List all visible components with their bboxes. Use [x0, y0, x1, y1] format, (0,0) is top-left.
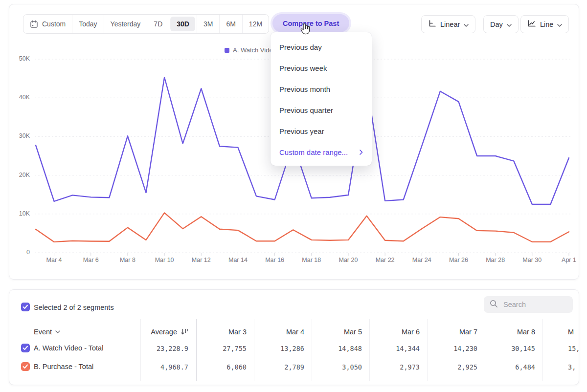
table-header-mar-5[interactable]: Mar 5	[313, 327, 369, 337]
x-tick-label: Mar 18	[297, 257, 326, 263]
table-cell: 6,484	[486, 363, 542, 371]
segments-search-box[interactable]	[484, 296, 573, 313]
header-label: Event	[34, 328, 52, 336]
compare-to-past-menu: Previous dayPrevious weekPrevious monthP…	[271, 32, 372, 166]
menu-item-previous-quarter[interactable]: Previous quarter	[271, 100, 372, 121]
x-tick-label: Mar 16	[260, 257, 290, 263]
x-tick-label: Mar 12	[186, 257, 216, 263]
table-cell: 3,050	[313, 363, 369, 371]
x-tick-label: Mar 28	[481, 257, 510, 263]
table-header-mar-7[interactable]: Mar 7	[428, 327, 485, 337]
menu-item-previous-day[interactable]: Previous day	[271, 37, 372, 58]
select-all-segments-checkbox[interactable]	[21, 303, 30, 311]
x-tick-label: Apr 1	[554, 257, 579, 263]
segment-label: A. Watch Video - Total	[34, 344, 103, 352]
y-tick-label: 50K	[9, 55, 30, 62]
segments-selected-label: Selected 2 of 2 segments	[34, 304, 114, 311]
chevron-right-icon	[360, 148, 363, 156]
menu-item-previous-week[interactable]: Previous week	[271, 58, 372, 79]
table-cell: 13,286	[255, 345, 312, 352]
x-tick-label: Mar 10	[150, 257, 179, 263]
y-tick-label: 40K	[9, 94, 30, 101]
header-label: Mar 4	[286, 328, 304, 336]
header-label: Mar 7	[459, 328, 477, 336]
table-cell: 14,230	[428, 345, 485, 352]
segments-table-card: Selected 2 of 2 segments EventAverageMar…	[9, 289, 579, 385]
x-tick-label: Mar 8	[113, 257, 142, 263]
table-cell: 2,973	[370, 363, 427, 371]
search-input[interactable]	[502, 300, 568, 309]
table-header-mar-8[interactable]: Mar 8	[486, 327, 542, 337]
x-tick-label: Mar 6	[76, 257, 106, 263]
header-label: M	[568, 328, 574, 336]
custom-date-range-label: Custom date range...	[279, 148, 348, 156]
column-divider	[485, 319, 485, 381]
header-label: Mar 5	[344, 328, 362, 336]
x-tick-label: Mar 4	[40, 257, 69, 263]
table-cell: 14,848	[313, 345, 369, 352]
y-tick-label: 0	[9, 249, 30, 256]
x-tick-label: Mar 14	[223, 257, 252, 263]
mouse-cursor-hand-icon	[299, 22, 312, 38]
table-cell: 2,789	[255, 363, 312, 371]
chevron-down-icon	[52, 330, 60, 333]
table-cell: 4,968.7	[133, 363, 191, 371]
table-cell: 14,344	[370, 345, 427, 352]
table-cell: 27,755	[197, 345, 254, 352]
segment-checkbox-watch-video[interactable]	[21, 344, 30, 352]
y-tick-label: 10K	[9, 210, 30, 217]
header-label: Mar 6	[402, 328, 420, 336]
series-line-purchase[interactable]	[36, 213, 569, 242]
table-cell: 3,	[543, 363, 579, 371]
x-tick-label: Mar 26	[444, 257, 473, 263]
x-tick-label: Mar 30	[518, 257, 547, 263]
column-divider	[427, 319, 428, 381]
menu-item-previous-month[interactable]: Previous month	[271, 79, 372, 100]
sort-descending-icon[interactable]	[177, 328, 188, 335]
table-header-average[interactable]: Average	[133, 327, 191, 337]
table-cell: 23,228.9	[133, 345, 191, 352]
column-divider	[312, 319, 312, 381]
segment-checkbox-purchase[interactable]	[21, 362, 30, 371]
table-cell: 6,060	[197, 363, 254, 371]
column-divider	[369, 319, 370, 381]
table-cell: 30,145	[486, 345, 542, 352]
menu-item-previous-year[interactable]: Previous year	[271, 121, 372, 142]
x-tick-label: Mar 20	[334, 257, 363, 263]
analytics-dashboard: CustomTodayYesterday7D30D3M6M12M Compare…	[0, 0, 587, 392]
y-tick-label: 30K	[9, 132, 30, 139]
table-cell: 2,925	[428, 363, 485, 371]
x-tick-label: Mar 24	[407, 257, 436, 263]
column-divider	[542, 319, 543, 381]
table-header-mar-6[interactable]: Mar 6	[370, 327, 427, 337]
x-tick-label: Mar 22	[370, 257, 400, 263]
table-header-mar-4[interactable]: Mar 4	[255, 327, 312, 337]
table-cell: 15,	[543, 345, 579, 352]
header-label: Average	[151, 328, 177, 336]
segment-label: B. Purchase - Total	[34, 363, 93, 370]
header-label: Mar 8	[517, 328, 535, 336]
search-icon	[490, 300, 498, 310]
column-divider	[196, 319, 197, 381]
y-tick-label: 20K	[9, 172, 30, 178]
menu-item-custom-date-range[interactable]: Custom date range...	[271, 142, 372, 163]
table-header-mar-3[interactable]: Mar 3	[197, 327, 254, 337]
column-divider	[254, 319, 254, 381]
header-label: Mar 3	[228, 328, 247, 336]
table-header-event[interactable]: Event	[34, 327, 132, 337]
table-header-m[interactable]: M	[543, 327, 579, 337]
